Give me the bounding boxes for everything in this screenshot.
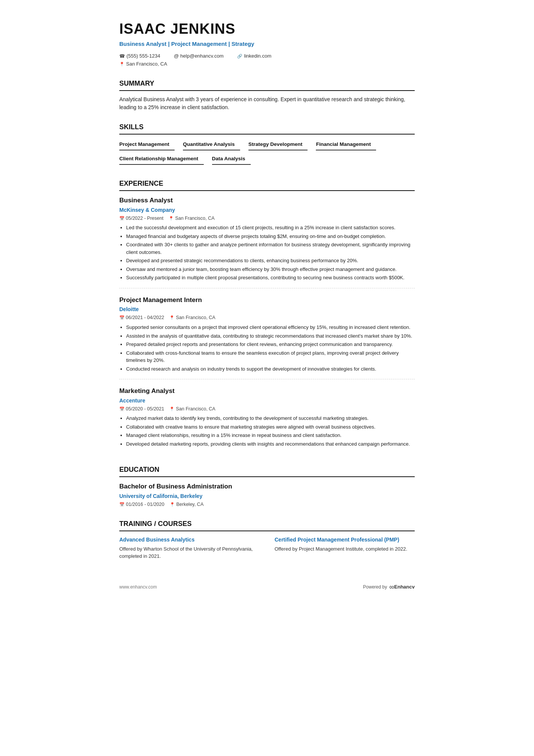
powered-by-text: Powered by (363, 584, 387, 590)
job-entry: Marketing Analyst Accenture 05/2020 - 05… (119, 386, 415, 454)
job-entry: Business Analyst McKinsey & Company 05/2… (119, 196, 415, 288)
bullet-item: Oversaw and mentored a junior team, boos… (126, 266, 415, 273)
bullet-item: Developed and presented strategic recomm… (126, 257, 415, 265)
job-location: San Francisco, CA (169, 215, 214, 222)
location-value: San Francisco, CA (126, 60, 167, 68)
job-meta: 06/2021 - 04/2022 San Francisco, CA (119, 314, 415, 321)
loc-icon (169, 406, 175, 412)
phone-contact: (555) 555-1234 (119, 52, 160, 60)
skill-item: Project Management (119, 139, 175, 150)
training-heading: TRAINING / COURSES (119, 519, 415, 531)
bullet-item: Collaborated with creative teams to ensu… (126, 423, 415, 431)
cal-icon (119, 502, 125, 507)
phone-value: (555) 555-1234 (126, 52, 160, 60)
job-dates: 06/2021 - 04/2022 (119, 314, 164, 321)
skill-item: Data Analysis (212, 153, 251, 165)
loc-icon (169, 315, 175, 321)
job-bullets: Led the successful development and execu… (119, 224, 415, 282)
company-name: Deloitte (119, 305, 415, 313)
logo-icon: ∞ (389, 582, 393, 592)
training-item: Certified Project Management Professiona… (275, 536, 415, 560)
experience-section: EXPERIENCE Business Analyst McKinsey & C… (119, 178, 415, 454)
skill-item: Financial Management (316, 139, 376, 150)
job-title: Marketing Analyst (119, 386, 415, 396)
education-section: EDUCATION Bachelor of Business Administr… (119, 465, 415, 508)
edu-dates: 01/2016 - 01/2020 (119, 501, 164, 508)
company-name: Accenture (119, 397, 415, 405)
edu-meta: 01/2016 - 01/2020 Berkeley, CA (119, 501, 415, 508)
school-name: University of California, Berkeley (119, 492, 415, 500)
summary-heading: SUMMARY (119, 78, 415, 91)
linkedin-icon (237, 52, 242, 60)
enhancv-logo: ∞ Enhancv (389, 582, 415, 592)
loc-icon (170, 502, 175, 507)
education-heading: EDUCATION (119, 465, 415, 477)
footer-website: www.enhancv.com (119, 584, 157, 590)
summary-text: Analytical Business Analyst with 3 years… (119, 95, 415, 111)
bullet-item: Assisted in the analysis of quantitative… (126, 332, 415, 340)
summary-section: SUMMARY Analytical Business Analyst with… (119, 78, 415, 111)
cal-icon (119, 406, 125, 412)
phone-icon (119, 52, 125, 60)
job-bullets: Analyzed market data to identify key tre… (119, 415, 415, 448)
bullet-item: Analyzed market data to identify key tre… (126, 415, 415, 422)
experience-heading: EXPERIENCE (119, 178, 415, 191)
cal-icon (119, 315, 125, 321)
bullet-item: Supported senior consultants on a projec… (126, 324, 415, 331)
bullet-item: Conducted research and analysis on indus… (126, 365, 415, 373)
skill-item: Client Relationship Management (119, 153, 204, 165)
candidate-title: Business Analyst | Project Management | … (119, 40, 415, 49)
training-desc: Offered by Project Management Institute,… (275, 545, 415, 553)
training-item: Advanced Business Analytics Offered by W… (119, 536, 259, 560)
edu-location: Berkeley, CA (170, 501, 204, 508)
jobs-container: Business Analyst McKinsey & Company 05/2… (119, 196, 415, 454)
footer: www.enhancv.com Powered by ∞ Enhancv (119, 578, 415, 592)
job-meta: 05/2022 - Present San Francisco, CA (119, 215, 415, 222)
job-entry: Project Management Intern Deloitte 06/20… (119, 295, 415, 379)
candidate-name: ISAAC JENKINS (119, 18, 415, 40)
training-title: Advanced Business Analytics (119, 536, 259, 544)
job-dates: 05/2020 - 05/2021 (119, 405, 164, 413)
bullet-item: Managed financial and budgetary aspects … (126, 233, 415, 240)
education-entry: Bachelor of Business Administration Univ… (119, 482, 415, 508)
bullet-item: Coordinated with 30+ clients to gather a… (126, 241, 415, 256)
degree-title: Bachelor of Business Administration (119, 482, 415, 491)
job-location: San Francisco, CA (169, 405, 215, 413)
job-bullets: Supported senior consultants on a projec… (119, 324, 415, 373)
skills-section: SKILLS Project ManagementQuantitative An… (119, 122, 415, 168)
contact-row-1: (555) 555-1234 help@enhancv.com linkedin… (119, 52, 415, 60)
cal-icon (119, 215, 125, 222)
training-title: Certified Project Management Professiona… (275, 536, 415, 544)
linkedin-value: linkedin.com (244, 52, 271, 60)
job-title: Project Management Intern (119, 295, 415, 305)
bullet-item: Led the successful development and execu… (126, 224, 415, 232)
job-dates: 05/2022 - Present (119, 215, 163, 222)
bullet-item: Collaborated with cross-functional teams… (126, 349, 415, 364)
email-value: help@enhancv.com (180, 52, 223, 60)
header: ISAAC JENKINS Business Analyst | Project… (119, 18, 415, 68)
company-name: McKinsey & Company (119, 206, 415, 214)
skill-item: Strategy Development (248, 139, 308, 150)
linkedin-contact: linkedin.com (237, 52, 271, 60)
bullet-item: Prepared detailed project reports and pr… (126, 341, 415, 348)
footer-brand: Powered by ∞ Enhancv (363, 582, 415, 592)
location-icon (119, 60, 125, 68)
skills-heading: SKILLS (119, 122, 415, 135)
bullet-item: Developed detailed marketing reports, pr… (126, 440, 415, 448)
job-location: San Francisco, CA (169, 314, 215, 321)
job-title: Business Analyst (119, 196, 415, 205)
logo-text: Enhancv (394, 583, 415, 591)
training-desc: Offered by Wharton School of the Univers… (119, 545, 259, 560)
loc-icon (169, 215, 174, 222)
email-contact: help@enhancv.com (174, 52, 223, 60)
skill-item: Quantitative Analysis (183, 139, 240, 150)
training-section: TRAINING / COURSES Advanced Business Ana… (119, 519, 415, 560)
email-icon (174, 52, 179, 60)
training-grid: Advanced Business Analytics Offered by W… (119, 536, 415, 560)
bullet-item: Successfully participated in multiple cl… (126, 274, 415, 282)
job-meta: 05/2020 - 05/2021 San Francisco, CA (119, 405, 415, 413)
skills-grid: Project ManagementQuantitative AnalysisS… (119, 139, 415, 168)
resume-page: ISAAC JENKINS Business Analyst | Project… (97, 0, 437, 615)
contact-row-2: San Francisco, CA (119, 60, 415, 68)
bullet-item: Managed client relationships, resulting … (126, 432, 415, 439)
